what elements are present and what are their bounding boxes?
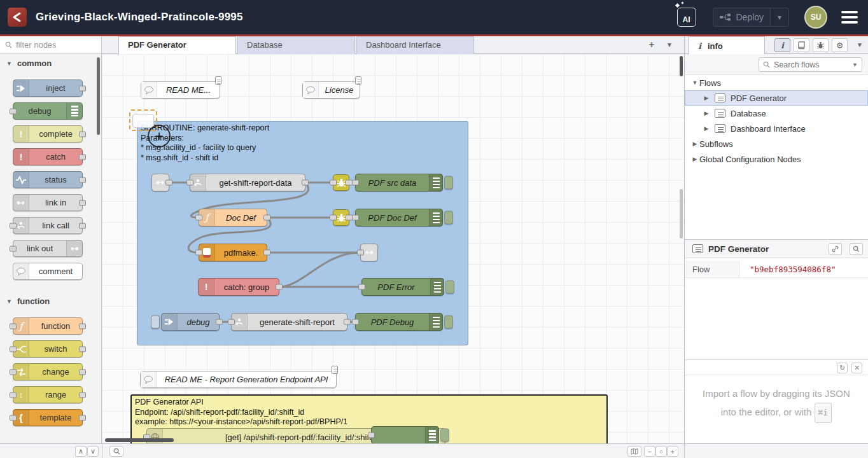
tree-item-flows[interactable]: ▼ Flows: [685, 75, 868, 90]
wire-9[interactable]: [279, 253, 360, 287]
ai-assistant-button[interactable]: AI: [677, 8, 696, 27]
output-port[interactable]: [79, 131, 86, 137]
output-port[interactable]: [263, 215, 270, 221]
input-port[interactable]: [330, 180, 337, 186]
output-port[interactable]: [165, 180, 172, 186]
user-avatar[interactable]: SU: [806, 7, 826, 27]
flow-node-link-in[interactable]: [151, 174, 169, 191]
tree-item-subflows[interactable]: ▶ Subflows: [685, 136, 868, 151]
flow-node-get-shift-report-data[interactable]: get-shift-report-data: [190, 174, 305, 191]
input-port[interactable]: [10, 323, 17, 329]
palette-category-function[interactable]: ▼function: [0, 292, 101, 309]
palette-filter[interactable]: filter nodes: [0, 36, 102, 54]
flow-node-doc-def[interactable]: ƒDoc Def: [199, 209, 267, 226]
zoom-in-button[interactable]: +: [667, 446, 678, 457]
palette-node-link-in[interactable]: link in: [13, 194, 83, 211]
chevron-down-icon[interactable]: ▼: [852, 62, 858, 68]
input-port[interactable]: [330, 215, 337, 221]
flow-node-pdfmake[interactable]: pdfmake.: [199, 244, 267, 261]
palette-category-common[interactable]: ▼common: [0, 54, 101, 71]
input-port[interactable]: [352, 215, 359, 221]
input-port[interactable]: [352, 319, 359, 325]
input-port[interactable]: [10, 223, 17, 228]
palette-node-complete[interactable]: !complete: [13, 125, 83, 142]
palette-node-inject[interactable]: inject: [13, 80, 83, 97]
palette-node-catch[interactable]: !catch: [13, 148, 83, 165]
tab-dashboard-interface[interactable]: Dashboard Interface: [356, 36, 474, 54]
search-flows-input[interactable]: [774, 60, 848, 69]
flow-node-pdf-debug[interactable]: PDF Debug: [355, 313, 443, 331]
search-this-icon[interactable]: [850, 243, 863, 255]
output-port[interactable]: [79, 323, 86, 329]
output-port[interactable]: [263, 250, 270, 256]
tab-database[interactable]: Database: [237, 36, 355, 54]
output-port[interactable]: [302, 180, 309, 186]
palette-scrollbar[interactable]: [97, 57, 100, 135]
flow-node-catch-group[interactable]: !catch: group: [198, 278, 279, 296]
tab-list-caret[interactable]: ▼: [662, 39, 676, 52]
sidebar-settings-gear-button[interactable]: ⚙: [832, 38, 848, 52]
chevron-right-icon[interactable]: ▶: [690, 141, 699, 147]
palette-node-switch[interactable]: switch: [13, 340, 83, 357]
debug-toggle-button[interactable]: [444, 176, 453, 190]
palette-node-status[interactable]: status: [13, 171, 83, 188]
zoom-reset-button[interactable]: ○: [655, 446, 667, 457]
search-flows-input-wrap[interactable]: ▼: [759, 57, 862, 72]
input-port[interactable]: [368, 433, 375, 438]
input-port[interactable]: [186, 180, 193, 186]
tree-item-global-configuration-nodes[interactable]: ▶ Global Configuration Nodes: [685, 151, 868, 167]
output-port[interactable]: [79, 200, 86, 205]
sidebar-help-book-button[interactable]: [794, 38, 809, 52]
copy-link-icon[interactable]: [829, 243, 842, 255]
tree-item-pdf-generator[interactable]: ▶ PDF Generator: [685, 90, 868, 106]
chevron-right-icon[interactable]: ▶: [690, 156, 699, 162]
canvas-vscrollbar-thumb2[interactable]: [680, 189, 683, 239]
flow-canvas[interactable]: SUBROUTINE: generate-shift-report Parame…: [102, 54, 684, 443]
palette-node-function[interactable]: ƒfunction: [13, 317, 83, 335]
output-port[interactable]: [79, 415, 86, 420]
main-menu-button[interactable]: [841, 11, 858, 24]
flow-node-generate-shift-report[interactable]: generate-shift-report: [231, 313, 347, 331]
sidebar-tabs-caret[interactable]: ▼: [857, 41, 863, 48]
palette-collapse-down-button[interactable]: ∨: [87, 446, 99, 457]
input-port[interactable]: [357, 250, 364, 256]
input-port[interactable]: [10, 346, 17, 352]
canvas-vscrollbar-thumb[interactable]: [680, 56, 683, 76]
comment-node-read-me[interactable]: READ ME...: [141, 81, 220, 99]
input-port[interactable]: [195, 215, 202, 221]
output-port[interactable]: [79, 154, 86, 160]
flow-node-pdf-endpoint-debug[interactable]: [371, 426, 439, 443]
flow-node-junction-bug-1[interactable]: [333, 174, 349, 191]
input-port[interactable]: [10, 415, 17, 420]
palette-node-change[interactable]: change: [13, 363, 83, 380]
debug-toggle-button[interactable]: [444, 316, 453, 329]
palette-node-comment[interactable]: comment: [13, 263, 83, 280]
chevron-right-icon[interactable]: ▶: [702, 95, 711, 101]
output-port[interactable]: [79, 369, 86, 375]
minimap-button[interactable]: [627, 446, 641, 457]
comment-node-license[interactable]: License: [302, 81, 360, 99]
flow-node-inject-debug[interactable]: debug: [161, 313, 220, 331]
tab-pdf-generator[interactable]: PDF Generator: [118, 36, 236, 55]
input-port[interactable]: [10, 108, 17, 114]
flow-node-junction-bug-2[interactable]: [333, 209, 349, 226]
flow-node-pdf-error[interactable]: PDF Error: [361, 278, 444, 296]
tab-info[interactable]: iinfo: [689, 36, 765, 55]
palette-node-link-out[interactable]: link out: [13, 240, 83, 257]
deploy-options-caret[interactable]: ▼: [770, 8, 788, 26]
palette-node-template[interactable]: {template: [13, 409, 83, 426]
output-port[interactable]: [79, 223, 86, 228]
chevron-down-icon[interactable]: ▼: [690, 80, 699, 86]
palette-collapse-up-button[interactable]: ∧: [75, 446, 87, 457]
output-port[interactable]: [216, 319, 223, 325]
output-port[interactable]: [344, 319, 351, 325]
canvas-search-button[interactable]: [109, 446, 123, 457]
chevron-right-icon[interactable]: ▶: [702, 110, 711, 116]
input-port[interactable]: [10, 369, 17, 375]
refresh-icon[interactable]: ↻: [837, 363, 848, 373]
input-port[interactable]: [195, 250, 202, 256]
input-port[interactable]: [228, 319, 235, 325]
zoom-out-button[interactable]: −: [644, 446, 655, 457]
input-port[interactable]: [358, 284, 365, 290]
canvas-hscrollbar-thumb[interactable]: [105, 438, 174, 442]
